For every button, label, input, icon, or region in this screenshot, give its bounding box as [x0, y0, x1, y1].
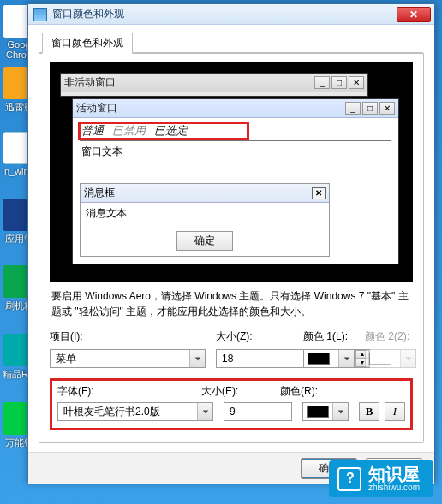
svg-marker-0 [194, 357, 200, 360]
preview-msgbox-ok: 确定 [176, 231, 233, 251]
chevron-down-icon [400, 350, 415, 367]
svg-marker-5 [337, 410, 343, 413]
label-font: 字体(F): [57, 384, 191, 399]
desktop: Goog Chron 迅雷影 n_winc 应用管 刷机精 精品RC 万能钥 窗… [0, 0, 442, 504]
bold-toggle[interactable]: B [359, 402, 379, 421]
preview-window-text: 窗口文本 [80, 141, 391, 163]
font-section-highlight: 字体(F): 大小(E): 颜色(R): [50, 378, 413, 430]
size-z-input[interactable]: ▲▼ [216, 349, 293, 368]
svg-marker-1 [343, 357, 349, 360]
label-size-z: 大小(Z): [216, 329, 293, 344]
label-color1: 颜色 1(L): [303, 329, 355, 344]
preview-active-window: 活动窗口 _ □ ✕ 普通 [72, 98, 399, 264]
label-color2: 颜色 2(2): [365, 329, 416, 344]
watermark-title: 知识屋 [368, 465, 420, 483]
preview-active-title: 活动窗口 [76, 101, 345, 116]
label-color-r: 颜色(R): [280, 384, 349, 399]
font-size-select[interactable] [224, 402, 292, 421]
watermark: 知识屋 zhishiwu.com [329, 460, 433, 497]
watermark-url: zhishiwu.com [368, 483, 420, 492]
close-icon: ✕ [349, 76, 364, 89]
italic-toggle[interactable]: I [385, 402, 405, 421]
label-item: 项目(I): [50, 329, 206, 344]
close-button[interactable]: ✕ [397, 7, 431, 22]
color-swatch [369, 353, 391, 365]
tab-appearance[interactable]: 窗口颜色和外观 [42, 33, 133, 54]
label-size-e: 大小(E): [201, 384, 270, 399]
chevron-down-icon[interactable] [338, 350, 354, 367]
chevron-down-icon[interactable] [332, 403, 348, 420]
minimize-icon: _ [345, 102, 361, 115]
title-bar[interactable]: 窗口颜色和外观 ✕ [28, 4, 434, 25]
minimize-icon: _ [314, 76, 330, 89]
close-icon: ✕ [379, 102, 395, 115]
dialog-window: 窗口颜色和外观 ✕ 窗口颜色和外观 非活动窗口 _ □ [27, 3, 435, 483]
preview-msgbox-title: 消息框 [84, 186, 312, 200]
item-select[interactable] [50, 349, 206, 368]
preview-msgbox-text: 消息文本 [81, 203, 329, 228]
color1-picker[interactable] [303, 349, 355, 368]
maximize-icon: □ [332, 76, 347, 89]
chevron-down-icon[interactable] [197, 403, 212, 420]
svg-marker-3 [202, 410, 207, 413]
color-swatch [307, 406, 329, 418]
color-swatch [308, 353, 330, 365]
maximize-icon: □ [362, 102, 378, 115]
watermark-logo-icon [337, 467, 361, 491]
window-title: 窗口颜色和外观 [52, 7, 397, 21]
info-note: 要启用 Windows Aero，请选择 Windows 主题。只有选择 Win… [51, 288, 411, 319]
close-icon: ✕ [312, 187, 326, 199]
color2-picker [365, 349, 416, 368]
font-color-picker[interactable] [302, 402, 349, 421]
font-select[interactable] [57, 402, 213, 421]
preview-inactive-title: 非活动窗口 [64, 75, 314, 90]
chevron-down-icon[interactable] [189, 350, 205, 367]
preview-area: 非活动窗口 _ □ ✕ 活动窗口 [50, 62, 413, 282]
preview-message-box: 消息框 ✕ 消息文本 确定 [80, 183, 330, 257]
preview-sample-tabs: 普通 已禁用 已选定 [80, 122, 391, 141]
preview-inactive-window: 非活动窗口 _ □ ✕ [60, 73, 368, 97]
svg-marker-2 [405, 357, 410, 360]
app-icon [33, 8, 47, 21]
